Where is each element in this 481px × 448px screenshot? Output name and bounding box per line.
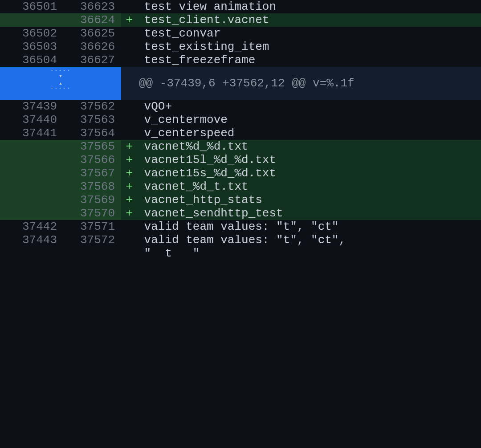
line-number-old[interactable] <box>0 140 61 153</box>
line-number-old[interactable] <box>0 207 61 220</box>
line-number-old[interactable]: 37442 <box>0 220 61 233</box>
line-number-old[interactable] <box>0 247 61 260</box>
line-number-new[interactable]: 36623 <box>61 0 121 13</box>
diff-marker <box>121 40 137 53</box>
line-number-old[interactable]: 37441 <box>0 126 61 140</box>
line-number-new[interactable]: 36626 <box>61 40 121 53</box>
line-number-new[interactable]: 37562 <box>61 100 121 113</box>
dots-icon: ····· <box>50 87 71 90</box>
arrow-down-icon: ▾ <box>59 73 62 79</box>
diff-row: 3650336626 test_existing_item <box>0 40 481 53</box>
line-number-old[interactable] <box>0 180 61 193</box>
diff-marker: + <box>121 13 137 27</box>
line-number-old[interactable]: 36503 <box>0 40 61 53</box>
line-number-new[interactable] <box>61 247 121 260</box>
diff-line-content: " t " <box>137 247 481 260</box>
diff-marker <box>121 126 137 140</box>
diff-row: 36624+ test_client.vacnet <box>0 13 481 27</box>
line-number-old[interactable]: 36504 <box>0 53 61 67</box>
line-number-new[interactable]: 37567 <box>61 167 121 180</box>
diff-line-content: valid team values: "t", "ct" <box>137 220 481 233</box>
diff-row: 37567+ vacnet15s_%d_%d.txt <box>0 167 481 180</box>
expand-hunk-button[interactable]: ·····▾▴····· <box>0 67 121 100</box>
diff-line-content: vacnet%d_%d.txt <box>137 140 481 153</box>
diff-line-content: v_centerspeed <box>137 126 481 140</box>
diff-row: 37570+ vacnet_sendhttp_test <box>0 207 481 220</box>
diff-row: 37568+ vacnet_%d_t.txt <box>0 180 481 193</box>
line-number-new[interactable]: 37564 <box>61 126 121 140</box>
diff-marker <box>121 113 137 126</box>
diff-line-content: vacnet_sendhttp_test <box>137 207 481 220</box>
diff-line-content: test_convar <box>137 27 481 40</box>
line-number-old[interactable] <box>0 153 61 167</box>
diff-line-content: test view animation <box>137 0 481 13</box>
diff-row: 3744137564 v_centerspeed <box>0 126 481 140</box>
hunk-header-row: ·····▾▴·····@@ -37439,6 +37562,12 @@ v=%… <box>0 67 481 100</box>
diff-row: 3744337572 valid team values: "t", "ct", <box>0 233 481 247</box>
line-number-new[interactable]: 37565 <box>61 140 121 153</box>
line-number-new[interactable]: 37568 <box>61 180 121 193</box>
line-number-old[interactable]: 36502 <box>0 27 61 40</box>
diff-marker: + <box>121 207 137 220</box>
line-number-old[interactable]: 37439 <box>0 100 61 113</box>
line-number-old[interactable] <box>0 13 61 27</box>
line-number-old[interactable]: 36501 <box>0 0 61 13</box>
line-number-new[interactable]: 37563 <box>61 113 121 126</box>
line-number-old[interactable] <box>0 167 61 180</box>
diff-marker: + <box>121 140 137 153</box>
line-number-new[interactable]: 37569 <box>61 193 121 207</box>
diff-line-content: vacnet15s_%d_%d.txt <box>137 167 481 180</box>
diff-row: 3650136623 test view animation <box>0 0 481 13</box>
diff-marker: + <box>121 193 137 207</box>
diff-row: 37565+ vacnet%d_%d.txt <box>0 140 481 153</box>
diff-table: 3650136623 test view animation36624+ tes… <box>0 0 481 260</box>
line-number-new[interactable]: 37566 <box>61 153 121 167</box>
line-number-new[interactable]: 36624 <box>61 13 121 27</box>
line-number-new[interactable]: 37572 <box>61 233 121 247</box>
diff-row: 3743937562 vQO+ <box>0 100 481 113</box>
diff-marker <box>121 0 137 13</box>
diff-line-content: v_centermove <box>137 113 481 126</box>
diff-marker <box>121 53 137 67</box>
diff-line-content: vacnet_%d_t.txt <box>137 180 481 193</box>
diff-line-content: vacnet_http_stats <box>137 193 481 207</box>
diff-marker <box>121 247 137 260</box>
diff-line-content: vQO+ <box>137 100 481 113</box>
diff-marker: + <box>121 167 137 180</box>
line-number-new[interactable]: 37570 <box>61 207 121 220</box>
hunk-header-text: @@ -37439,6 +37562,12 @@ v=%.1f <box>121 67 481 100</box>
diff-row: 3744237571 valid team values: "t", "ct" <box>0 220 481 233</box>
diff-line-content: test_client.vacnet <box>137 13 481 27</box>
line-number-old[interactable] <box>0 193 61 207</box>
diff-line-content: test_existing_item <box>137 40 481 53</box>
diff-marker <box>121 100 137 113</box>
line-number-old[interactable]: 37443 <box>0 233 61 247</box>
line-number-new[interactable]: 37571 <box>61 220 121 233</box>
diff-row: 37569+ vacnet_http_stats <box>0 193 481 207</box>
diff-line-content: vacnet15l_%d_%d.txt <box>137 153 481 167</box>
diff-marker <box>121 27 137 40</box>
diff-marker <box>121 220 137 233</box>
diff-marker: + <box>121 153 137 167</box>
diff-marker <box>121 233 137 247</box>
line-number-new[interactable]: 36625 <box>61 27 121 40</box>
dots-icon: ····· <box>50 69 71 72</box>
diff-row: " t " <box>0 247 481 260</box>
diff-row: 3650236625 test_convar <box>0 27 481 40</box>
line-number-old[interactable]: 37440 <box>0 113 61 126</box>
diff-line-content: test_freezeframe <box>137 53 481 67</box>
diff-row: 3650436627 test_freezeframe <box>0 53 481 67</box>
line-number-new[interactable]: 36627 <box>61 53 121 67</box>
diff-row: 3744037563 v_centermove <box>0 113 481 126</box>
diff-marker: + <box>121 180 137 193</box>
diff-line-content: valid team values: "t", "ct", <box>137 233 481 247</box>
diff-row: 37566+ vacnet15l_%d_%d.txt <box>0 153 481 167</box>
